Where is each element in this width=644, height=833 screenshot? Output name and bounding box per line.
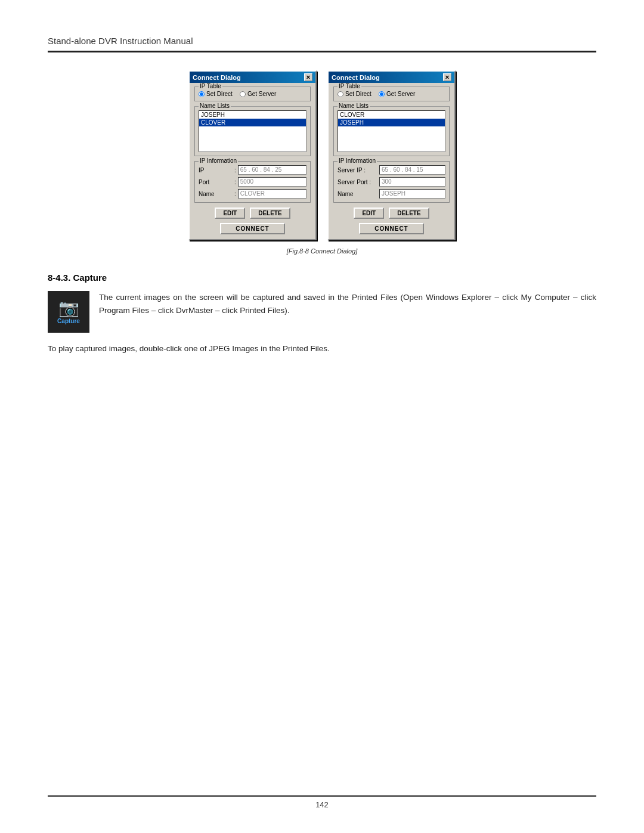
list-item-clover-right[interactable]: CLOVER — [338, 111, 445, 119]
radio-set-direct-input-right[interactable] — [338, 91, 343, 97]
delete-button-right[interactable]: DELETE — [389, 208, 429, 219]
name-list-left[interactable]: JOSEPH CLOVER — [199, 110, 306, 152]
header-divider — [48, 51, 596, 52]
port-label-left: Port — [199, 179, 234, 185]
ip-table-content-left: Set Direct Get Server — [199, 91, 306, 97]
name-list-right[interactable]: CLOVER JOSEPH — [338, 110, 445, 152]
dialog-body-right: IP Table Set Direct Get Server — [329, 83, 454, 239]
ip-info-content-right: Server IP : 65 . 60 . 84 . 15 Server Por… — [338, 165, 445, 199]
name-label-right: Name — [338, 191, 379, 197]
name-lists-label-left: Name Lists — [199, 103, 231, 109]
radio-get-server-input-right[interactable] — [379, 91, 385, 97]
name-value-left: CLOVER — [238, 189, 306, 199]
dialog-titlebar-right: Connect Dialog ✕ — [329, 72, 454, 83]
name-lists-group-right: Name Lists CLOVER JOSEPH — [333, 106, 450, 156]
ip-table-content-right: Set Direct Get Server — [338, 91, 445, 97]
ip-info-label-left: IP Information — [199, 157, 238, 164]
server-port-row-right: Server Port : 300 — [338, 177, 445, 187]
connect-btn-row-left: CONNECT — [194, 223, 311, 234]
figure-caption: [Fig.8-8 Connect Dialog] — [48, 247, 596, 255]
radio-get-server-right[interactable]: Get Server — [379, 91, 415, 97]
edit-delete-row-left: EDIT DELETE — [194, 208, 311, 219]
port-row-left: Port : 5000 — [199, 177, 306, 187]
connect-dialog-right: Connect Dialog ✕ IP Table Set Direct — [327, 70, 456, 240]
ip-info-group-left: IP Information IP : 65 . 60 . 84 . 25 Po… — [194, 161, 311, 203]
connect-dialog-left: Connect Dialog ✕ IP Table Set Direct — [188, 70, 317, 240]
edit-delete-row-right: EDIT DELETE — [333, 208, 450, 219]
ip-colon-left: : — [234, 167, 236, 174]
name-lists-content-right: CLOVER JOSEPH — [338, 110, 445, 152]
ip-info-group-right: IP Information Server IP : 65 . 60 . 84 … — [333, 161, 450, 203]
name-value-right: JOSEPH — [379, 189, 445, 199]
radio-get-server-left[interactable]: Get Server — [240, 91, 276, 97]
connect-button-right[interactable]: CONNECT — [359, 223, 423, 234]
name-row-left: Name : CLOVER — [199, 189, 306, 199]
name-label-left: Name — [199, 191, 234, 197]
list-item-clover-left[interactable]: CLOVER — [199, 119, 306, 126]
server-port-label-right: Server Port : — [338, 179, 379, 185]
port-value-left: 5000 — [238, 177, 306, 187]
edit-button-right[interactable]: EDIT — [354, 208, 384, 219]
capture-paragraph-1: The current images on the screen will be… — [99, 291, 596, 333]
ip-value-left: 65 . 60 . 84 . 25 — [238, 165, 306, 175]
name-lists-label-right: Name Lists — [338, 103, 370, 109]
radio-row-right: Set Direct Get Server — [338, 91, 445, 97]
server-ip-row-right: Server IP : 65 . 60 . 84 . 15 — [338, 165, 445, 175]
close-button-left[interactable]: ✕ — [304, 73, 312, 81]
ip-label-left: IP — [199, 167, 234, 174]
name-colon-left: : — [234, 191, 236, 197]
dialog-title-right: Connect Dialog — [332, 74, 380, 81]
ip-table-label-right: IP Table — [338, 83, 361, 89]
ip-row-left: IP : 65 . 60 . 84 . 25 — [199, 165, 306, 175]
dialogs-row: Connect Dialog ✕ IP Table Set Direct — [48, 70, 596, 240]
radio-set-direct-right[interactable]: Set Direct — [338, 91, 371, 97]
radio-row-left: Set Direct Get Server — [199, 91, 306, 97]
server-ip-label-right: Server IP : — [338, 167, 379, 174]
ip-table-label-left: IP Table — [199, 83, 222, 89]
edit-button-left[interactable]: EDIT — [215, 208, 245, 219]
dialog-body-left: IP Table Set Direct Get Server — [190, 83, 315, 239]
ip-info-content-left: IP : 65 . 60 . 84 . 25 Port : 5000 Name … — [199, 165, 306, 199]
dialog-title-left: Connect Dialog — [193, 74, 241, 81]
radio-set-direct-left[interactable]: Set Direct — [199, 91, 233, 97]
name-lists-content-left: JOSEPH CLOVER — [199, 110, 306, 152]
connect-btn-row-right: CONNECT — [333, 223, 450, 234]
port-colon-left: : — [234, 179, 236, 185]
radio-get-server-input-left[interactable] — [240, 91, 246, 97]
capture-section: 📷 Capture The current images on the scre… — [48, 291, 596, 333]
connect-button-left[interactable]: CONNECT — [220, 223, 284, 234]
capture-icon-label: Capture — [57, 318, 80, 324]
close-button-right[interactable]: ✕ — [443, 73, 451, 81]
list-item-joseph-left[interactable]: JOSEPH — [199, 111, 306, 119]
server-ip-value-right: 65 . 60 . 84 . 15 — [379, 165, 445, 175]
page-container: Stand-alone DVR Instruction Manual Conne… — [0, 0, 644, 833]
delete-button-left[interactable]: DELETE — [250, 208, 290, 219]
section-heading: 8-4.3. Capture — [48, 272, 596, 283]
ip-info-label-right: IP Information — [338, 157, 377, 164]
capture-paragraph-2: To play captured images, double-click on… — [48, 342, 596, 355]
ip-table-group-right: IP Table Set Direct Get Server — [333, 86, 450, 101]
list-item-joseph-right[interactable]: JOSEPH — [338, 119, 445, 126]
name-lists-group-left: Name Lists JOSEPH CLOVER — [194, 106, 311, 156]
capture-icon-box: 📷 Capture — [48, 291, 89, 333]
server-port-value-right: 300 — [379, 177, 445, 187]
camera-icon: 📷 — [58, 300, 79, 317]
page-number: 142 — [48, 800, 596, 809]
page-header-title: Stand-alone DVR Instruction Manual — [48, 36, 596, 46]
ip-table-group-left: IP Table Set Direct Get Server — [194, 86, 311, 101]
radio-set-direct-input-left[interactable] — [199, 91, 205, 97]
name-row-right: Name JOSEPH — [338, 189, 445, 199]
dialog-titlebar-left: Connect Dialog ✕ — [190, 72, 315, 83]
footer-divider — [48, 795, 596, 797]
